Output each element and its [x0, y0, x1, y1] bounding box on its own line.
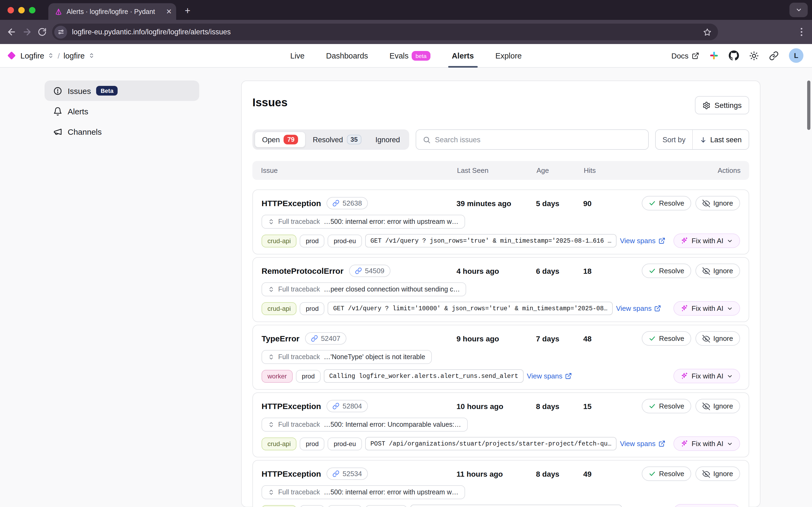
- tag[interactable]: crud-api: [262, 234, 297, 247]
- close-window-button[interactable]: [7, 7, 14, 13]
- issue-id-chip[interactable]: 52804: [327, 400, 368, 412]
- back-icon[interactable]: [6, 27, 17, 37]
- ignore-button[interactable]: Ignore: [696, 264, 740, 278]
- chevrons-up-down-icon: [268, 421, 274, 428]
- ignore-button[interactable]: Ignore: [696, 466, 740, 481]
- forward-icon[interactable]: [22, 27, 32, 37]
- tag[interactable]: crud-api: [262, 302, 297, 315]
- tag[interactable]: worker: [262, 370, 293, 383]
- alert-circle-icon: [53, 86, 62, 95]
- sidebar-item-issues[interactable]: Issues Beta: [45, 80, 199, 101]
- span-message[interactable]: GET /v1/query ? limit='10000' & json_row…: [328, 302, 613, 315]
- browser-tab-strip: Alerts · logfire/logfire · Pydant ✕ +: [0, 0, 812, 20]
- chevrons-up-down-icon[interactable]: [88, 53, 94, 58]
- fix-with-ai-button[interactable]: Fix with AI: [673, 233, 740, 248]
- ignore-button[interactable]: Ignore: [696, 399, 740, 413]
- ignore-button[interactable]: Ignore: [696, 196, 740, 211]
- settings-button[interactable]: Settings: [695, 96, 749, 114]
- org-switcher[interactable]: Logfire: [20, 51, 44, 60]
- sidebar-item-channels[interactable]: Channels: [45, 121, 199, 142]
- bookmark-star-icon[interactable]: [703, 27, 712, 36]
- nav-dashboards[interactable]: Dashboards: [324, 44, 370, 67]
- nav-live[interactable]: Live: [289, 44, 306, 67]
- address-bar[interactable]: logfire-eu.pydantic.info/logfire/logfire…: [52, 23, 718, 40]
- tag[interactable]: crud-api: [262, 505, 297, 507]
- tag[interactable]: prod: [300, 302, 325, 315]
- fix-with-ai-button[interactable]: Fix with AI: [673, 369, 740, 383]
- site-settings-icon[interactable]: [54, 25, 67, 38]
- status-tabs: Open 79 Resolved 35 Ignored: [253, 129, 409, 150]
- minimize-window-button[interactable]: [18, 7, 25, 13]
- bell-icon: [53, 107, 62, 116]
- issue-id-chip[interactable]: 52638: [327, 197, 368, 209]
- tab-resolved[interactable]: Resolved 35: [306, 131, 368, 148]
- search-input[interactable]: [435, 135, 642, 144]
- nav-alerts[interactable]: Alerts: [450, 44, 475, 67]
- chevron-down-icon: [726, 305, 733, 312]
- maximize-window-button[interactable]: [29, 7, 36, 13]
- browser-tab[interactable]: Alerts · logfire/logfire · Pydant ✕: [48, 3, 176, 20]
- share-link-icon[interactable]: [769, 51, 779, 60]
- page-scrollbar[interactable]: [807, 80, 810, 130]
- sidebar-item-alerts[interactable]: Alerts: [45, 101, 199, 121]
- resolve-button[interactable]: Resolve: [642, 466, 691, 481]
- sort-value-button[interactable]: Last seen: [693, 130, 749, 149]
- issue-id-chip[interactable]: 54509: [349, 265, 390, 277]
- resolve-button[interactable]: Resolve: [642, 331, 691, 346]
- slack-icon[interactable]: [709, 51, 718, 60]
- nav-explore[interactable]: Explore: [494, 44, 523, 67]
- tag[interactable]: crud-api: [262, 437, 297, 450]
- fix-with-ai-button[interactable]: Fix with AI: [673, 504, 740, 507]
- ignore-button[interactable]: Ignore: [696, 331, 740, 346]
- tab-ignored[interactable]: Ignored: [368, 131, 407, 148]
- tag[interactable]: prod: [296, 370, 321, 383]
- new-tab-button[interactable]: +: [185, 5, 191, 20]
- tag[interactable]: prod: [300, 234, 325, 247]
- tab-open[interactable]: Open 79: [255, 131, 306, 148]
- resolve-button[interactable]: Resolve: [642, 264, 691, 278]
- full-traceback-button[interactable]: Full traceback …500: internal error: err…: [262, 215, 465, 229]
- tab-close-icon[interactable]: ✕: [166, 8, 172, 15]
- app-header: Logfire / logfire Live Dashboards Evalsb…: [0, 44, 812, 68]
- fix-with-ai-button[interactable]: Fix with AI: [673, 301, 740, 316]
- github-icon[interactable]: [729, 50, 739, 61]
- resolve-button[interactable]: Resolve: [642, 399, 691, 413]
- full-traceback-button[interactable]: Full traceback …500: internal error: err…: [262, 485, 465, 499]
- tag[interactable]: prod-eu: [328, 437, 362, 450]
- tag[interactable]: prod: [300, 437, 325, 450]
- full-traceback-button[interactable]: Full traceback …500: Internal error: Unc…: [262, 417, 468, 432]
- resolve-button[interactable]: Resolve: [642, 196, 691, 211]
- project-switcher[interactable]: logfire: [63, 51, 85, 60]
- chevrons-up-down-icon[interactable]: [48, 53, 54, 58]
- span-message[interactable]: POST /api/organizations/maor/projects/ba…: [410, 505, 621, 507]
- browser-menu-icon[interactable]: [798, 28, 806, 36]
- view-spans-link[interactable]: View spans: [620, 237, 665, 245]
- arrow-down-icon: [700, 136, 707, 143]
- sparkles-icon: [681, 440, 689, 448]
- tab-search-chevron-button[interactable]: [790, 3, 808, 17]
- docs-link[interactable]: Docs: [671, 51, 699, 60]
- tag[interactable]: prod: [300, 505, 325, 507]
- reload-icon[interactable]: [38, 27, 47, 37]
- issue-row: HTTPException 52638 39 minutes ago 5 day…: [253, 189, 749, 255]
- span-message[interactable]: POST /api/organizations/stuart/projects/…: [365, 437, 617, 450]
- search-box[interactable]: [416, 129, 649, 150]
- issue-id-chip[interactable]: 52407: [305, 332, 346, 345]
- tag[interactable]: prod-eu: [328, 234, 362, 247]
- eye-off-icon: [702, 267, 710, 275]
- issue-id-chip[interactable]: 52534: [327, 467, 368, 480]
- breadcrumb: Logfire / logfire: [9, 51, 94, 60]
- view-spans-link[interactable]: View spans: [527, 372, 572, 380]
- full-traceback-button[interactable]: Full traceback …peer closed connection w…: [262, 282, 467, 296]
- fix-with-ai-button[interactable]: Fix with AI: [673, 436, 740, 451]
- view-spans-link[interactable]: View spans: [620, 440, 665, 448]
- span-message[interactable]: GET /v1/query ? json_rows='true' & min_t…: [365, 234, 617, 247]
- tag[interactable]: staging-eu: [365, 505, 407, 507]
- span-message[interactable]: Calling logfire_worker.alerts.alert_runs…: [324, 369, 524, 383]
- nav-evals[interactable]: Evalsbeta: [388, 44, 432, 67]
- theme-sun-icon[interactable]: [749, 51, 759, 60]
- avatar[interactable]: L: [789, 48, 803, 63]
- view-spans-link[interactable]: View spans: [616, 304, 661, 313]
- tag[interactable]: prod-eu: [328, 505, 362, 507]
- full-traceback-button[interactable]: Full traceback …'NoneType' object is not…: [262, 350, 432, 364]
